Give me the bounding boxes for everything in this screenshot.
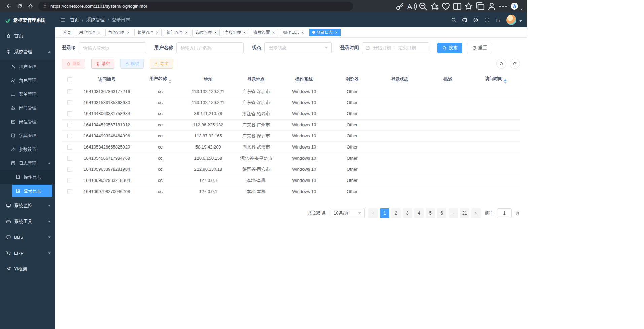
delete-button[interactable]: 删除 — [62, 59, 85, 69]
row-checkbox[interactable] — [67, 111, 72, 116]
sidebar-item-cart[interactable]: ERP — [0, 245, 55, 261]
browser-refresh-icon[interactable] — [14, 1, 25, 11]
row-checkbox[interactable] — [67, 167, 72, 172]
sidebar-item-doc-login[interactable]: 登录日志 — [12, 185, 52, 197]
header-search-icon[interactable] — [451, 17, 456, 23]
close-tab-icon[interactable]: × — [127, 30, 130, 35]
close-tab-icon[interactable]: × — [98, 30, 100, 35]
tab[interactable]: 登录日志× — [309, 29, 341, 36]
browser-essentials-icon[interactable] — [440, 1, 451, 11]
sidebar-item-home[interactable]: 首页 — [0, 28, 55, 44]
tab[interactable]: 首页 — [60, 29, 74, 36]
profile-icon[interactable] — [486, 1, 497, 11]
zoom-out-icon[interactable] — [418, 1, 428, 11]
row-checkbox[interactable] — [67, 156, 72, 161]
address-bar[interactable]: https://ccnetcore.com:1101/system/log/lo… — [38, 2, 353, 11]
sidebar-item-toolbox[interactable]: 系统工具 — [0, 213, 55, 229]
refresh-table-button[interactable] — [510, 59, 520, 69]
browser-home-icon[interactable] — [25, 1, 36, 11]
row-checkbox[interactable] — [67, 123, 72, 127]
browser-back-icon[interactable] — [3, 1, 14, 11]
sidebar-item-users[interactable]: 角色管理 — [0, 73, 55, 87]
select-all-checkbox[interactable] — [67, 77, 72, 82]
date-range-picker[interactable]: 开始日期 - 结束日期 — [362, 42, 429, 53]
close-tab-icon[interactable]: × — [243, 30, 246, 35]
breadcrumb-system[interactable]: 系统管理 — [86, 17, 105, 23]
pagination-page[interactable]: 1 — [380, 208, 389, 218]
page-size-select[interactable]: 10条/页 — [330, 208, 365, 218]
pagination-page[interactable]: 2 — [391, 208, 401, 218]
row-checkbox[interactable] — [67, 134, 72, 138]
more-menu-icon[interactable] — [498, 1, 508, 11]
tab[interactable]: 角色管理× — [105, 29, 133, 36]
close-tab-icon[interactable]: × — [273, 30, 275, 35]
pagination-ellipsis[interactable]: ⋯ — [449, 208, 458, 218]
github-icon[interactable] — [462, 17, 467, 23]
row-checkbox[interactable] — [67, 145, 72, 150]
pagination-page[interactable]: 21 — [460, 208, 469, 218]
sort-icon[interactable] — [504, 79, 507, 84]
sort-icon[interactable] — [169, 79, 171, 84]
close-tab-icon[interactable]: × — [301, 30, 304, 35]
sidebar-item-menu-list[interactable]: 菜单管理 — [0, 87, 55, 101]
status-select[interactable]: 登录状态 — [264, 42, 332, 53]
pagination-page[interactable]: 6 — [437, 208, 446, 218]
breadcrumb-home[interactable]: 首页 — [70, 17, 79, 23]
unlock-button[interactable]: 解锁 — [120, 59, 144, 69]
close-tab-icon[interactable]: × — [185, 30, 188, 35]
row-checkbox[interactable] — [67, 189, 72, 194]
column-header[interactable]: 用户名称 — [136, 73, 184, 86]
read-aloud-icon[interactable]: A — [406, 1, 417, 11]
tab[interactable]: 参数设置× — [251, 29, 278, 36]
pagination-prev[interactable]: ‹ — [368, 208, 378, 218]
user-avatar[interactable] — [506, 15, 516, 25]
favorites-add-icon[interactable] — [429, 1, 440, 11]
column-header[interactable]: 访问时间 — [472, 73, 520, 86]
collections-icon[interactable] — [475, 1, 486, 11]
sidebar-item-book[interactable]: 字典管理 — [0, 129, 55, 142]
sidebar-item-tree[interactable]: 部门管理 — [0, 101, 55, 115]
collapse-sidebar-icon[interactable] — [60, 17, 65, 23]
font-size-icon[interactable]: TT — [495, 17, 501, 23]
close-tab-icon[interactable]: × — [335, 30, 338, 35]
sidebar-item-monitor[interactable]: 系统监控 — [0, 198, 55, 213]
sidebar-item-log[interactable]: 日志管理 — [0, 156, 55, 170]
sidebar-item-user[interactable]: 用户管理 — [0, 60, 55, 73]
pagination-page[interactable]: 4 — [414, 208, 424, 218]
row-checkbox[interactable] — [67, 178, 72, 183]
row-checkbox[interactable] — [67, 100, 72, 105]
split-screen-icon[interactable] — [452, 1, 463, 11]
tab[interactable]: 操作日志× — [280, 29, 307, 36]
sidebar-item-doc[interactable]: 操作日志 — [0, 170, 55, 184]
close-tab-icon[interactable]: × — [214, 30, 217, 35]
pagination-page[interactable]: 5 — [426, 208, 435, 218]
export-button[interactable]: 导出 — [150, 59, 173, 69]
tab[interactable]: 岗位管理× — [192, 29, 220, 36]
fullscreen-icon[interactable] — [484, 17, 490, 23]
reset-button[interactable]: 重置 — [467, 43, 492, 53]
row-checkbox[interactable] — [67, 89, 72, 94]
sidebar-item-plane[interactable]: Yi框架 — [0, 261, 55, 277]
sidebar-item-badge[interactable]: 岗位管理 — [0, 115, 55, 129]
tab[interactable]: 字典管理× — [222, 29, 249, 36]
favorites-icon[interactable] — [463, 1, 474, 11]
password-icon[interactable] — [395, 1, 405, 11]
pagination-next[interactable]: › — [471, 208, 481, 218]
help-icon[interactable] — [473, 17, 478, 23]
copilot-menu-caret-icon[interactable] — [521, 9, 523, 10]
tab[interactable]: 用户管理× — [76, 29, 103, 36]
sidebar-item-edit[interactable]: 参数设置 — [0, 142, 55, 156]
username-input[interactable] — [176, 42, 244, 53]
goto-page-input[interactable] — [497, 208, 512, 218]
search-button[interactable]: 搜索 — [437, 43, 462, 53]
pagination-page[interactable]: 3 — [403, 208, 412, 218]
tab[interactable]: 菜单管理× — [134, 29, 162, 36]
clear-button[interactable]: 清空 — [91, 59, 114, 69]
sidebar-item-gear[interactable]: 系统管理 — [0, 44, 55, 60]
login-ip-input[interactable] — [79, 42, 146, 53]
close-tab-icon[interactable]: × — [156, 30, 158, 35]
copilot-icon[interactable]: b — [509, 1, 520, 11]
sidebar-item-chat[interactable]: BBS — [0, 229, 55, 245]
tab[interactable]: 部门管理× — [164, 29, 191, 36]
toggle-search-button[interactable] — [496, 59, 506, 69]
